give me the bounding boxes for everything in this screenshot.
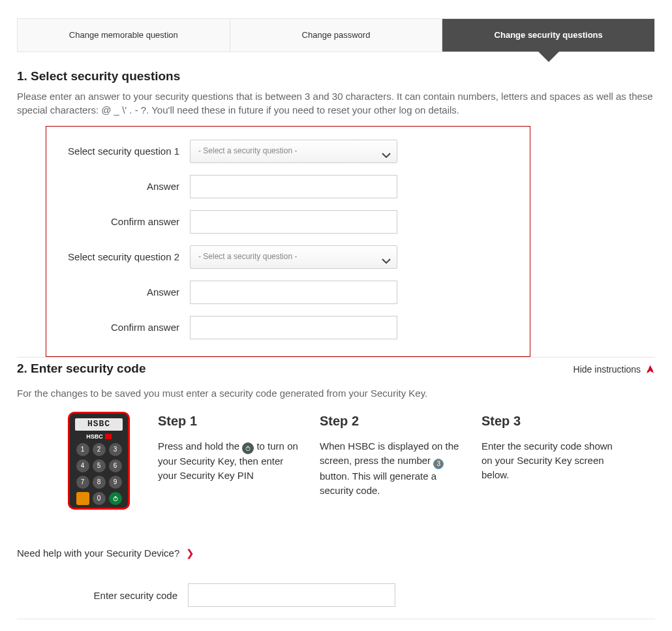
label-security-code: Enter security code bbox=[17, 589, 188, 602]
confirm-answer-1-input[interactable] bbox=[190, 210, 397, 234]
select-q1-display[interactable]: - Select a security question - bbox=[190, 140, 397, 163]
device-key-7: 7 bbox=[76, 476, 89, 489]
tab-change-security-questions[interactable]: Change security questions bbox=[442, 19, 654, 52]
device-key-power bbox=[109, 492, 122, 505]
section2-intro: For the changes to be saved you must ent… bbox=[17, 386, 655, 400]
answer-2-input[interactable] bbox=[190, 281, 397, 304]
footer-actions: Cancel Update bbox=[17, 619, 655, 631]
label-select-q2: Select security question 2 bbox=[59, 250, 190, 264]
device-brand: HSBC bbox=[86, 433, 103, 441]
step-2: Step 2 When HSBC is displayed on the scr… bbox=[320, 412, 463, 510]
tabs: Change memorable question Change passwor… bbox=[17, 18, 655, 52]
device-key-orange bbox=[76, 492, 89, 505]
number-3-icon: 3 bbox=[433, 459, 444, 469]
select-q2-display[interactable]: - Select a security question - bbox=[190, 245, 397, 269]
tab-change-password[interactable]: Change password bbox=[230, 19, 443, 52]
device-key-4: 4 bbox=[76, 459, 89, 472]
device-key-3: 3 bbox=[109, 443, 122, 456]
label-confirm-2: Confirm answer bbox=[59, 320, 190, 334]
section1-intro: Please enter an answer to your security … bbox=[17, 89, 655, 117]
select-security-question-2[interactable]: - Select a security question - bbox=[190, 245, 397, 269]
device-key-9: 9 bbox=[109, 476, 122, 489]
chevron-up-icon: ⮝ bbox=[646, 364, 655, 375]
hide-instructions-link[interactable]: Hide instructions ⮝ bbox=[573, 363, 655, 377]
step2-body: When HSBC is displayed on the screen, pr… bbox=[320, 439, 463, 498]
step-1: Step 1 Press and hold the to turn on you… bbox=[158, 412, 301, 510]
step-3: Step 3 Enter the security code shown on … bbox=[481, 412, 625, 510]
step3-title: Step 3 bbox=[481, 412, 625, 430]
help-security-device-link[interactable]: Need help with your Security Device? ❯ bbox=[17, 546, 655, 560]
chevron-right-icon: ❯ bbox=[186, 547, 194, 559]
device-key-0: 0 bbox=[93, 492, 106, 505]
power-icon bbox=[242, 442, 254, 454]
chevron-down-icon bbox=[382, 254, 391, 268]
step2-title: Step 2 bbox=[320, 412, 463, 430]
step1-title: Step 1 bbox=[158, 412, 301, 430]
confirm-answer-2-input[interactable] bbox=[190, 316, 397, 339]
label-confirm-1: Confirm answer bbox=[59, 215, 190, 228]
tab-memorable-question[interactable]: Change memorable question bbox=[18, 19, 230, 52]
hide-instructions-text: Hide instructions bbox=[573, 364, 641, 375]
section2-title: 2. Enter security code bbox=[17, 360, 145, 378]
label-answer-2: Answer bbox=[59, 285, 190, 299]
device-key-6: 6 bbox=[109, 459, 122, 472]
chevron-down-icon bbox=[382, 149, 391, 162]
help-link-text: Need help with your Security Device? bbox=[17, 547, 179, 559]
device-key-8: 8 bbox=[93, 476, 106, 489]
select-security-question-1[interactable]: - Select a security question - bbox=[190, 140, 397, 163]
device-keypad: 1 2 3 4 5 6 7 8 9 0 bbox=[76, 443, 122, 505]
section1-title: 1. Select security questions bbox=[17, 68, 655, 85]
device-key-2: 2 bbox=[93, 443, 106, 456]
device-key-1: 1 bbox=[76, 443, 89, 456]
device-screen: HSBC bbox=[75, 418, 123, 430]
answer-1-input[interactable] bbox=[190, 175, 397, 198]
security-key-device: HSBC HSBC 1 2 3 4 5 6 7 8 9 0 bbox=[68, 412, 130, 510]
steps-area: HSBC HSBC 1 2 3 4 5 6 7 8 9 0 bbox=[68, 412, 655, 510]
device-key-5: 5 bbox=[93, 459, 106, 472]
hsbc-hexagon-icon bbox=[105, 434, 112, 439]
step1-body: Press and hold the to turn on your Secur… bbox=[158, 439, 301, 483]
label-answer-1: Answer bbox=[59, 179, 190, 193]
security-questions-form: Select security question 1 - Select a se… bbox=[46, 126, 530, 357]
step3-body: Enter the security code shown on your Se… bbox=[481, 439, 625, 482]
label-select-q1: Select security question 1 bbox=[59, 144, 190, 158]
security-code-input[interactable] bbox=[188, 583, 395, 607]
